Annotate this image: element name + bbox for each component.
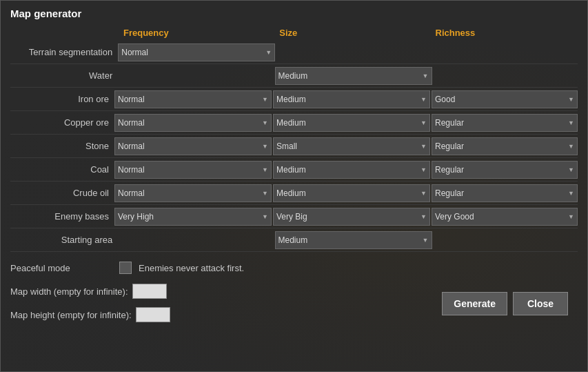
stone-richness-dropdown[interactable]: RegularPoorGoodVery GoodVery Rich: [432, 137, 578, 155]
enemy-richness-dropdown[interactable]: Very GoodPoorRegularGoodVery Rich: [432, 208, 578, 226]
iron-richness-wrap: GoodPoorRegularVery GoodVery Rich: [432, 90, 578, 108]
stone-frequency-dropdown[interactable]: NormalVery LowLowHighVery High: [114, 137, 272, 155]
table-row: Crude oil NormalVery LowLowHighVery High…: [10, 182, 578, 205]
iron-frequency-wrap: NormalVery LowLowHighVery High: [114, 90, 272, 108]
crude-oil-size-dropdown[interactable]: MediumSmallLargeVery SmallVery Large: [273, 184, 430, 202]
column-headers: Frequency Size Richness: [121, 28, 578, 38]
row-label-water: Water: [10, 70, 118, 81]
row-label-copper: Copper ore: [10, 117, 114, 128]
peaceful-mode-label: Peaceful mode: [10, 263, 119, 273]
starting-area-size-wrap: MediumSmallLargeVery SmallVery Large: [275, 231, 432, 249]
table-row: Water MediumSmallLargeVery SmallVery Lar…: [10, 64, 578, 88]
copper-frequency-wrap: NormalVery LowLowHighVery High: [114, 114, 272, 132]
button-row: Generate Close: [442, 292, 568, 315]
copper-size-dropdown[interactable]: MediumSmallLargeVery SmallVery Large: [273, 114, 430, 132]
coal-size-wrap: MediumSmallLargeVery SmallVery Large: [273, 161, 430, 179]
row-label-terrain: Terrain segmentation: [10, 47, 118, 57]
stone-size-wrap: SmallVery SmallMediumLargeVery Large: [273, 137, 430, 155]
row-label-stone: Stone: [10, 141, 114, 151]
close-button[interactable]: Close: [513, 292, 568, 315]
size-header: Size: [276, 28, 432, 38]
enemy-size-wrap: Very BigVery SmallSmallMediumLarge: [273, 208, 430, 226]
crude-oil-richness-wrap: RegularPoorGoodVery GoodVery Rich: [432, 184, 578, 202]
coal-richness-wrap: RegularPoorGoodVery GoodVery Rich: [432, 161, 578, 179]
coal-richness-dropdown[interactable]: RegularPoorGoodVery GoodVery Rich: [432, 161, 578, 179]
iron-size-dropdown[interactable]: MediumSmallLargeVery SmallVery Large: [273, 90, 430, 108]
crude-oil-richness-dropdown[interactable]: RegularPoorGoodVery GoodVery Rich: [432, 184, 578, 202]
richness-header: Richness: [433, 28, 578, 38]
generate-button[interactable]: Generate: [442, 292, 507, 315]
dialog-title: Map generator: [10, 8, 578, 19]
row-label-crude-oil: Crude oil: [10, 188, 114, 198]
iron-size-wrap: MediumSmallLargeVery SmallVery Large: [273, 90, 430, 108]
coal-frequency-wrap: NormalVery LowLowHighVery High: [114, 161, 272, 179]
terrain-frequency-wrap: NormalVery LowLowHighVery High: [118, 43, 275, 61]
peaceful-mode-note: Enemies never attack first.: [139, 263, 244, 273]
copper-frequency-dropdown[interactable]: NormalVery LowLowHighVery High: [114, 114, 272, 132]
enemy-size-dropdown[interactable]: Very BigVery SmallSmallMediumLarge: [273, 208, 430, 226]
crude-oil-frequency-dropdown[interactable]: NormalVery LowLowHighVery High: [114, 184, 272, 202]
stone-frequency-wrap: NormalVery LowLowHighVery High: [114, 137, 272, 155]
starting-area-size-dropdown[interactable]: MediumSmallLargeVery SmallVery Large: [275, 231, 432, 249]
copper-richness-dropdown[interactable]: RegularPoorGoodVery GoodVery Rich: [432, 114, 578, 132]
peaceful-row: Peaceful mode Enemies never attack first…: [10, 257, 578, 278]
enemy-frequency-dropdown[interactable]: Very HighVery LowLowNormalHigh: [114, 208, 272, 226]
frequency-header: Frequency: [121, 28, 276, 38]
stone-size-dropdown[interactable]: SmallVery SmallMediumLargeVery Large: [273, 137, 430, 155]
settings-table: Frequency Size Richness Terrain segmenta…: [10, 28, 578, 252]
crude-oil-size-wrap: MediumSmallLargeVery SmallVery Large: [273, 184, 430, 202]
map-height-input[interactable]: [136, 307, 170, 322]
copper-size-wrap: MediumSmallLargeVery SmallVery Large: [273, 114, 430, 132]
table-row: Terrain segmentation NormalVery LowLowHi…: [10, 41, 578, 64]
coal-size-dropdown[interactable]: MediumSmallLargeVery SmallVery Large: [273, 161, 430, 179]
enemy-frequency-wrap: Very HighVery LowLowNormalHigh: [114, 208, 272, 226]
row-label-enemy-bases: Enemy bases: [10, 211, 114, 222]
peaceful-mode-checkbox[interactable]: [119, 262, 132, 274]
coal-frequency-dropdown[interactable]: NormalVery LowLowHighVery High: [114, 161, 272, 179]
copper-richness-wrap: RegularPoorGoodVery GoodVery Rich: [432, 114, 578, 132]
row-label-coal: Coal: [10, 164, 114, 175]
map-width-label: Map width (empty for infinite):: [10, 286, 128, 297]
table-row: Copper ore NormalVery LowLowHighVery Hig…: [10, 111, 578, 135]
row-label-iron: Iron ore: [10, 94, 114, 104]
map-width-input[interactable]: [132, 284, 167, 299]
table-row: Enemy bases Very HighVery LowLowNormalHi…: [10, 205, 578, 228]
water-size-dropdown[interactable]: MediumSmallLargeVery SmallVery Large: [275, 67, 432, 85]
enemy-richness-wrap: Very GoodPoorRegularGoodVery Rich: [432, 208, 578, 226]
water-size-wrap: MediumSmallLargeVery SmallVery Large: [275, 67, 432, 85]
iron-richness-dropdown[interactable]: GoodPoorRegularVery GoodVery Rich: [432, 90, 578, 108]
table-row: Stone NormalVery LowLowHighVery High Sma…: [10, 135, 578, 158]
terrain-frequency-dropdown[interactable]: NormalVery LowLowHighVery High: [118, 43, 275, 61]
table-row: Iron ore NormalVery LowLowHighVery High …: [10, 88, 578, 111]
map-height-label: Map height (empty for infinite):: [10, 310, 132, 320]
stone-richness-wrap: RegularPoorGoodVery GoodVery Rich: [432, 137, 578, 155]
table-row: Starting area MediumSmallLargeVery Small…: [10, 228, 578, 252]
crude-oil-frequency-wrap: NormalVery LowLowHighVery High: [114, 184, 272, 202]
row-label-starting-area: Starting area: [10, 235, 118, 245]
iron-frequency-dropdown[interactable]: NormalVery LowLowHighVery High: [114, 90, 272, 108]
table-row: Coal NormalVery LowLowHighVery High Medi…: [10, 158, 578, 182]
